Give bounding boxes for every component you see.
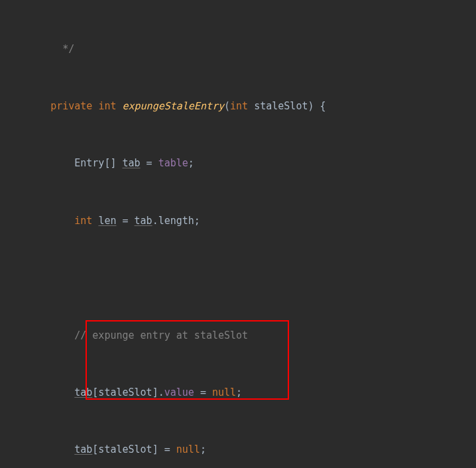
code-line: // expunge entry at staleSlot <box>0 326 476 345</box>
code-line <box>0 268 476 288</box>
keyword: int <box>98 100 122 112</box>
variable: tab <box>74 386 92 398</box>
code-line: */ <box>0 40 476 59</box>
code-line: tab[staleSlot].value = null; <box>0 383 476 402</box>
code-line: int len = tab.length; <box>0 211 476 231</box>
null-keyword: null <box>212 386 236 398</box>
comment-text: // expunge entry at staleSlot <box>74 329 248 341</box>
field: value <box>164 386 194 398</box>
variable: tab <box>135 215 152 227</box>
code-editor[interactable]: */ private int expungeStaleEntry(int sta… <box>0 0 476 468</box>
variable: len <box>98 215 116 227</box>
field: table <box>158 157 188 169</box>
param: staleSlot <box>254 100 308 112</box>
code-line: Entry[] tab = table; <box>0 154 476 173</box>
null-keyword: null <box>176 443 200 455</box>
variable: tab <box>74 443 92 455</box>
method-name: expungeStaleEntry <box>123 100 225 112</box>
keyword: int <box>230 100 254 112</box>
keyword: int <box>74 215 98 227</box>
keyword: private <box>50 100 98 112</box>
code-line: tab[staleSlot] = null; <box>0 440 476 459</box>
variable: tab <box>123 157 141 169</box>
code-line: private int expungeStaleEntry(int staleS… <box>0 97 476 116</box>
comment-text: */ <box>56 43 74 55</box>
